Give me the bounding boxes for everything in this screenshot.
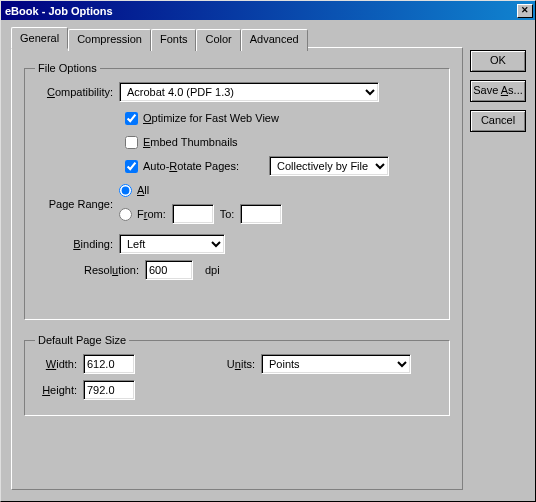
resolution-label: Resolution: xyxy=(35,264,145,276)
compatibility-label: Compatibility: xyxy=(35,86,119,98)
compatibility-combo[interactable]: Acrobat 4.0 (PDF 1.3) xyxy=(119,82,379,102)
page-range-to-input[interactable] xyxy=(240,204,282,224)
page-range-from-radio[interactable] xyxy=(119,208,132,221)
titlebar: eBook - Job Options ✕ xyxy=(1,1,535,20)
tab-advanced[interactable]: Advanced xyxy=(241,29,308,51)
page-range-from-label: From: xyxy=(137,208,166,220)
tab-compression[interactable]: Compression xyxy=(68,29,151,51)
autorotate-label: Auto-Rotate Pages: xyxy=(143,160,239,172)
tab-general[interactable]: General xyxy=(11,27,68,49)
cancel-button[interactable]: Cancel xyxy=(470,110,526,132)
page-range-to-label: To: xyxy=(220,208,235,220)
embed-thumbnails-checkbox[interactable] xyxy=(125,136,138,149)
group-default-page-size-legend: Default Page Size xyxy=(35,334,129,346)
save-as-button[interactable]: Save As... xyxy=(470,80,526,102)
embed-thumbnails-label: Embed Thumbnails xyxy=(143,136,238,148)
tab-color[interactable]: Color xyxy=(196,29,240,51)
page-range-all-label: All xyxy=(137,184,149,196)
tab-fonts[interactable]: Fonts xyxy=(151,29,197,51)
window: eBook - Job Options ✕ General Compressio… xyxy=(0,0,536,502)
close-icon[interactable]: ✕ xyxy=(517,4,533,18)
height-input[interactable] xyxy=(83,380,135,400)
dpi-label: dpi xyxy=(205,264,220,276)
resolution-input[interactable] xyxy=(145,260,193,280)
page-range-all-radio[interactable] xyxy=(119,184,132,197)
autorotate-checkbox[interactable] xyxy=(125,160,138,173)
width-label: Width: xyxy=(35,358,83,370)
ok-button[interactable]: OK xyxy=(470,50,526,72)
binding-combo[interactable]: Left xyxy=(119,234,225,254)
group-file-options-legend: File Options xyxy=(35,62,100,74)
tab-strip: General Compression Fonts Color Advanced xyxy=(11,28,308,50)
page-range-from-input[interactable] xyxy=(172,204,214,224)
units-label: Units: xyxy=(155,358,261,370)
group-default-page-size: Default Page Size Width: Units: Points H… xyxy=(24,334,450,416)
group-file-options: File Options Compatibility: Acrobat 4.0 … xyxy=(24,62,450,320)
window-title: eBook - Job Options xyxy=(5,5,517,17)
optimize-label: Optimize for Fast Web View xyxy=(143,112,279,124)
page-range-label: Page Range: xyxy=(35,198,119,210)
optimize-checkbox[interactable] xyxy=(125,112,138,125)
units-combo[interactable]: Points xyxy=(261,354,411,374)
right-button-column: OK Save As... Cancel xyxy=(470,50,526,140)
height-label: Height: xyxy=(35,384,83,396)
client-area: General Compression Fonts Color Advanced… xyxy=(1,20,535,501)
width-input[interactable] xyxy=(83,354,135,374)
autorotate-combo[interactable]: Collectively by File xyxy=(269,156,389,176)
binding-label: Binding: xyxy=(35,238,119,250)
tab-panel-general: File Options Compatibility: Acrobat 4.0 … xyxy=(11,47,463,490)
